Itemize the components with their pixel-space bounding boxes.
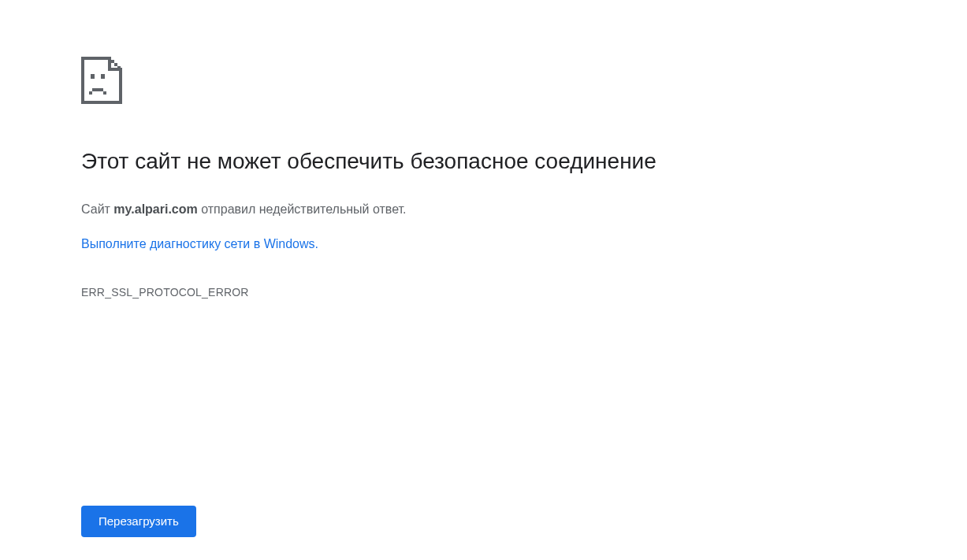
reload-button[interactable]: Перезагрузить: [81, 506, 196, 537]
svg-rect-0: [81, 57, 84, 104]
svg-rect-13: [92, 88, 103, 91]
svg-rect-12: [101, 74, 105, 79]
error-code: ERR_SSL_PROTOCOL_ERROR: [81, 286, 709, 299]
diagnostic-link-text: Выполните диагностику сети в Windows: [81, 237, 315, 250]
svg-rect-3: [81, 57, 111, 60]
svg-rect-15: [103, 91, 106, 95]
description-suffix: отправил недействительный ответ.: [198, 202, 407, 216]
error-container: Этот сайт не может обеспечить безопасное…: [0, 0, 709, 299]
description-prefix: Сайт: [81, 202, 113, 216]
sad-page-icon: [81, 57, 122, 104]
svg-rect-2: [119, 68, 122, 104]
svg-rect-1: [81, 101, 122, 104]
button-wrap: Перезагрузить: [81, 506, 196, 537]
svg-rect-10: [108, 68, 121, 71]
error-heading: Этот сайт не может обеспечить безопасное…: [81, 147, 709, 176]
error-icon-wrap: [81, 57, 709, 104]
diagnostic-link-period: .: [315, 237, 318, 250]
svg-rect-5: [111, 60, 114, 63]
diagnostic-link[interactable]: Выполните диагностику сети в Windows.: [81, 234, 318, 254]
svg-rect-11: [91, 74, 95, 79]
error-domain: my.alpari.com: [113, 202, 197, 216]
error-description: Сайт my.alpari.com отправил недействител…: [81, 199, 709, 220]
svg-rect-4: [108, 57, 111, 60]
svg-rect-6: [114, 63, 117, 66]
svg-rect-14: [89, 91, 92, 95]
